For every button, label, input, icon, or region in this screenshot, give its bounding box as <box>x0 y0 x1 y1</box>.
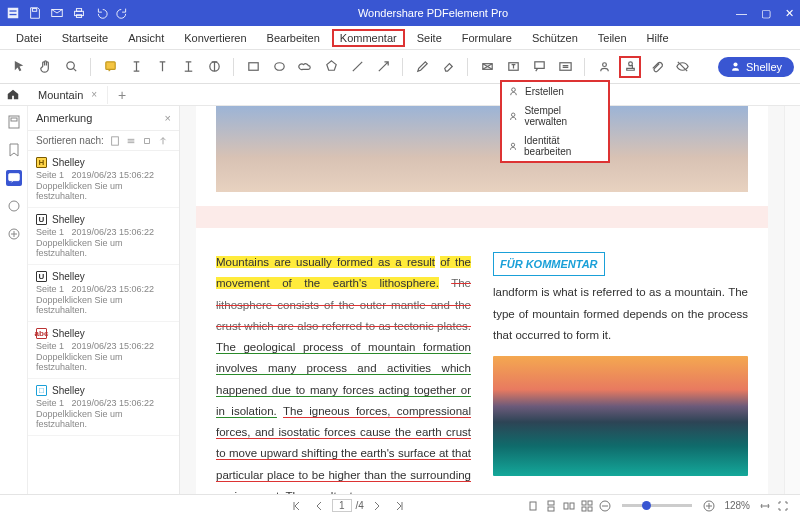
document-area[interactable]: Mountains are usually formed as a result… <box>180 106 784 494</box>
oval-shape-icon[interactable] <box>268 56 290 78</box>
zoom-out-icon[interactable] <box>599 500 611 512</box>
menu-kommentar[interactable]: Kommentar <box>332 29 405 47</box>
zoom-tool-icon[interactable] <box>60 56 82 78</box>
undo-icon[interactable] <box>94 6 108 20</box>
svg-rect-11 <box>248 63 257 71</box>
text-tool-c-icon[interactable] <box>203 56 225 78</box>
svg-rect-0 <box>8 8 19 19</box>
page-total: /4 <box>356 500 364 511</box>
underline-red-text[interactable]: The igneous forces, compressional forces… <box>216 405 471 494</box>
svg-point-20 <box>512 88 516 92</box>
svg-rect-15 <box>534 62 543 69</box>
document-tab[interactable]: Mountain × <box>28 86 108 104</box>
first-page-icon[interactable] <box>291 500 303 512</box>
annotation-item[interactable]: UShelleySeite 1 2019/06/23 15:06:22Doppe… <box>28 208 179 265</box>
text-box-icon[interactable] <box>502 56 524 78</box>
annotation-item[interactable]: □ShelleySeite 1 2019/06/23 15:06:22Doppe… <box>28 379 179 436</box>
fit-width-icon[interactable] <box>759 500 771 512</box>
save-icon[interactable] <box>28 6 42 20</box>
zoom-in-icon[interactable] <box>703 500 715 512</box>
annotation-item[interactable]: HShelleySeite 1 2019/06/23 15:06:22Doppe… <box>28 151 179 208</box>
panel-close-icon[interactable]: × <box>165 112 171 124</box>
eraser-tool-icon[interactable] <box>437 56 459 78</box>
redo-icon[interactable] <box>116 6 130 20</box>
menu-schützen[interactable]: Schützen <box>524 29 586 47</box>
hide-annotations-icon[interactable] <box>671 56 693 78</box>
dropdown-item[interactable]: Erstellen <box>502 82 608 101</box>
mail-icon[interactable] <box>50 6 64 20</box>
bookmarks-rail-icon[interactable] <box>6 142 22 158</box>
stamp-user-icon[interactable] <box>593 56 615 78</box>
minimize-button[interactable]: ― <box>736 7 747 20</box>
svg-point-19 <box>733 62 737 66</box>
panel-title: Anmerkung <box>36 112 92 124</box>
svg-rect-6 <box>76 9 81 12</box>
sort-page-icon[interactable] <box>110 136 120 146</box>
svg-rect-35 <box>588 501 592 505</box>
area-highlight-icon[interactable] <box>476 56 498 78</box>
attachment-icon[interactable] <box>645 56 667 78</box>
note-tool-icon[interactable] <box>99 56 121 78</box>
polygon-shape-icon[interactable] <box>320 56 342 78</box>
maximize-button[interactable]: ▢ <box>761 7 771 20</box>
right-scrollbar[interactable] <box>784 106 800 494</box>
close-button[interactable]: ✕ <box>785 7 794 20</box>
menu-konvertieren[interactable]: Konvertieren <box>176 29 254 47</box>
line-tool-icon[interactable] <box>346 56 368 78</box>
dropdown-item[interactable]: Identität bearbeiten <box>502 131 608 161</box>
annotation-item[interactable]: UShelleySeite 1 2019/06/23 15:06:22Doppe… <box>28 265 179 322</box>
text-tool-a-icon[interactable] <box>151 56 173 78</box>
dropdown-item[interactable]: Stempel verwalten <box>502 101 608 131</box>
next-page-icon[interactable] <box>371 500 383 512</box>
attachments-rail-icon[interactable] <box>6 198 22 214</box>
mountain-photo <box>493 356 748 476</box>
annotations-rail-icon[interactable] <box>6 170 22 186</box>
hand-tool-icon[interactable] <box>34 56 56 78</box>
menu-seite[interactable]: Seite <box>409 29 450 47</box>
page-current[interactable]: 1 <box>332 499 352 512</box>
callout-icon[interactable] <box>528 56 550 78</box>
last-page-icon[interactable] <box>393 500 405 512</box>
sort-collapse-icon[interactable] <box>142 136 152 146</box>
home-icon[interactable] <box>6 87 20 101</box>
svg-point-8 <box>66 62 74 70</box>
menu-teilen[interactable]: Teilen <box>590 29 635 47</box>
pencil-tool-icon[interactable] <box>411 56 433 78</box>
text-highlight-icon[interactable] <box>125 56 147 78</box>
rect-shape-icon[interactable] <box>242 56 264 78</box>
fullscreen-icon[interactable] <box>777 500 789 512</box>
thumbnails-rail-icon[interactable] <box>6 114 22 130</box>
zoom-slider[interactable] <box>622 504 692 507</box>
menu-datei[interactable]: Datei <box>8 29 50 47</box>
stamp-tool-icon[interactable] <box>619 56 641 78</box>
sort-filter-icon[interactable] <box>158 136 168 146</box>
view-facing-icon[interactable] <box>563 500 575 512</box>
column-left: Mountains are usually formed as a result… <box>216 252 471 494</box>
add-tab-button[interactable]: + <box>108 87 136 103</box>
close-tab-icon[interactable]: × <box>91 89 97 100</box>
menu-startseite[interactable]: Startseite <box>54 29 116 47</box>
menu-bearbeiten[interactable]: Bearbeiten <box>259 29 328 47</box>
annotation-item[interactable]: abcShelleySeite 1 2019/06/23 15:06:22Dop… <box>28 322 179 379</box>
text-tool-b-icon[interactable] <box>177 56 199 78</box>
comment-heading-box[interactable]: FÜR KOMMENTAR <box>493 252 605 276</box>
zoom-value[interactable]: 128% <box>724 500 750 511</box>
select-tool-icon[interactable] <box>8 56 30 78</box>
menu-formulare[interactable]: Formulare <box>454 29 520 47</box>
menu-ansicht[interactable]: Ansicht <box>120 29 172 47</box>
prev-page-icon[interactable] <box>313 500 325 512</box>
print-icon[interactable] <box>72 6 86 20</box>
view-single-icon[interactable] <box>527 500 539 512</box>
view-continuous-icon[interactable] <box>545 500 557 512</box>
menu-hilfe[interactable]: Hilfe <box>639 29 677 47</box>
typewriter-icon[interactable] <box>554 56 576 78</box>
cloud-shape-icon[interactable] <box>294 56 316 78</box>
search-rail-icon[interactable] <box>6 226 22 242</box>
view-facing-cont-icon[interactable] <box>581 500 593 512</box>
user-button[interactable]: Shelley <box>718 57 794 77</box>
sort-expand-icon[interactable] <box>126 136 136 146</box>
menu-bar: DateiStartseiteAnsichtKonvertierenBearbe… <box>0 26 800 50</box>
arrow-tool-icon[interactable] <box>372 56 394 78</box>
highlighted-text[interactable]: Mountains are usually formed as a result <box>216 256 435 268</box>
svg-rect-25 <box>8 174 19 181</box>
